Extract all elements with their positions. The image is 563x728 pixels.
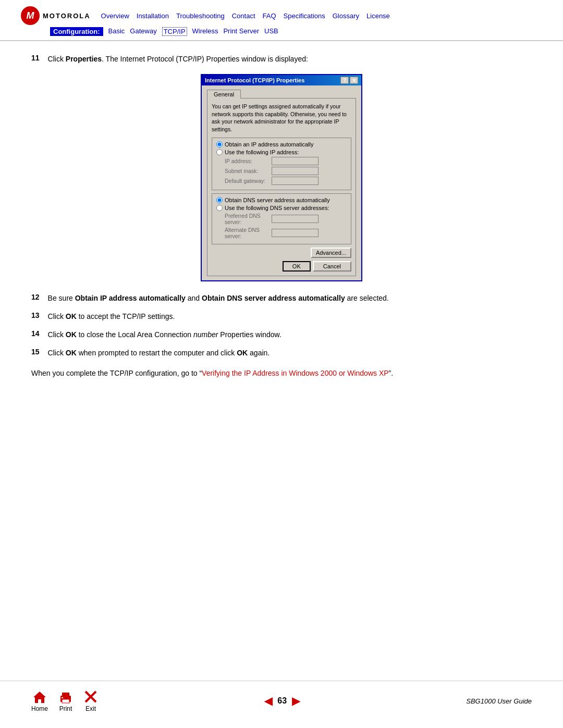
- subnet-input[interactable]: [272, 167, 319, 175]
- next-page-arrow[interactable]: ▶: [292, 695, 300, 707]
- step-12-text: Be sure Obtain IP address automatically …: [48, 293, 389, 304]
- home-nav-item[interactable]: Home: [31, 689, 48, 712]
- radio-auto-dns-label: Obtain DNS server address automatically: [225, 197, 330, 203]
- step-14-bold: OK: [66, 330, 77, 339]
- step-12-bold1: Obtain IP address automatically: [75, 294, 186, 302]
- dialog-container: Internet Protocol (TCP/IP) Properties ? …: [31, 74, 532, 281]
- radio-manual-ip-label: Use the following IP address:: [225, 149, 299, 155]
- config-tcpip[interactable]: TCP/IP: [162, 27, 187, 36]
- page-nav: ◀ 63 ▶: [264, 695, 300, 707]
- nav-faq[interactable]: FAQ: [263, 12, 276, 20]
- motorola-logo: M MOTOROLA: [21, 6, 91, 25]
- radio-auto-ip-row: Obtain an IP address automatically: [216, 141, 347, 147]
- subnet-row: Subnet mask:: [216, 167, 347, 175]
- print-icon: [58, 692, 73, 704]
- radio-manual-dns[interactable]: [216, 205, 223, 211]
- ip-address-input[interactable]: [272, 157, 319, 165]
- alternate-dns-input[interactable]: [272, 229, 319, 237]
- alternate-dns-label: Alternate DNS server:: [225, 227, 272, 239]
- tcpip-dialog: Internet Protocol (TCP/IP) Properties ? …: [201, 74, 362, 281]
- dns-section: Obtain DNS server address automatically …: [212, 193, 351, 244]
- advanced-row: Advanced...: [212, 248, 351, 258]
- nav-troubleshooting[interactable]: Troubleshooting: [176, 12, 225, 20]
- exit-nav-item[interactable]: Exit: [83, 689, 98, 712]
- step-13-text: Click OK to accept the TCP/IP settings.: [48, 311, 175, 322]
- close-button[interactable]: ✕: [350, 77, 358, 84]
- advanced-button[interactable]: Advanced...: [311, 248, 351, 258]
- dialog-tab-content: You can get IP settings assigned automat…: [207, 98, 356, 276]
- config-links: Basic Gateway TCP/IP Wireless Print Serv…: [108, 27, 278, 36]
- ip-address-label: IP address:: [225, 158, 272, 164]
- radio-manual-dns-label: Use the following DNS server addresses:: [225, 205, 329, 211]
- dialog-info-text: You can get IP settings assigned automat…: [212, 103, 351, 133]
- config-nav-row: Configuration: Basic Gateway TCP/IP Wire…: [50, 27, 542, 36]
- nav-license[interactable]: License: [366, 12, 390, 20]
- config-basic[interactable]: Basic: [108, 27, 125, 36]
- config-gateway[interactable]: Gateway: [130, 27, 156, 36]
- step-11: 11 Click Properties. The Internet Protoc…: [31, 54, 532, 65]
- home-icon: [32, 689, 47, 704]
- nav-specifications[interactable]: Specifications: [284, 12, 325, 20]
- ip-address-row: IP address:: [216, 157, 347, 165]
- page-header: M MOTOROLA Overview Installation Trouble…: [0, 0, 563, 41]
- motorola-icon: M: [21, 6, 40, 25]
- exit-label: Exit: [85, 705, 96, 712]
- preferred-dns-row: Preferred DNS server:: [216, 213, 347, 225]
- radio-auto-dns-row: Obtain DNS server address automatically: [216, 197, 347, 203]
- svg-rect-3: [62, 699, 69, 703]
- preferred-dns-input[interactable]: [272, 215, 319, 223]
- print-label: Print: [59, 705, 72, 712]
- svg-marker-0: [33, 692, 46, 703]
- radio-auto-dns[interactable]: [216, 197, 223, 203]
- print-nav-item[interactable]: Print: [58, 692, 73, 712]
- motorola-text: MOTOROLA: [43, 12, 91, 20]
- config-print-server[interactable]: Print Server: [223, 27, 259, 36]
- subnet-label: Subnet mask:: [225, 168, 272, 174]
- step-11-text: Click Properties. The Internet Protocol …: [48, 54, 308, 65]
- svg-rect-4: [62, 697, 63, 698]
- step-12-number: 12: [31, 293, 40, 301]
- step-12-bold2: Obtain DNS server address automatically: [202, 294, 345, 302]
- step-11-suffix: . The Internet Protocol (TCP/IP) Propert…: [102, 55, 308, 63]
- config-usb[interactable]: USB: [264, 27, 278, 36]
- cancel-button[interactable]: Cancel: [313, 261, 351, 272]
- step-12: 12 Be sure Obtain IP address automatical…: [31, 293, 532, 304]
- ip-section: Obtain an IP address automatically Use t…: [212, 138, 351, 190]
- footer-link-para: When you complete the TCP/IP configurati…: [31, 368, 532, 379]
- nav-glossary[interactable]: Glossary: [333, 12, 359, 20]
- dialog-body: General You can get IP settings assigned…: [202, 85, 361, 280]
- gateway-row: Default gateway:: [216, 177, 347, 185]
- nav-installation[interactable]: Installation: [137, 12, 169, 20]
- step-11-bold: Properties: [66, 55, 102, 63]
- step-14-text: Click OK to close the Local Area Connect…: [48, 329, 282, 340]
- step-13-bold: OK: [66, 312, 77, 320]
- home-label: Home: [31, 705, 48, 712]
- bottom-nav: Home Print Exit ◀ 63 ▶ SBG1000 User Guid…: [0, 681, 563, 712]
- radio-manual-ip[interactable]: [216, 149, 223, 155]
- guide-title: SBG1000 User Guide: [466, 697, 532, 705]
- gateway-input[interactable]: [272, 177, 319, 185]
- main-content: 11 Click Properties. The Internet Protoc…: [0, 41, 563, 389]
- step-15-number: 15: [31, 348, 40, 356]
- verifying-ip-link[interactable]: Verifying the IP Address in Windows 2000…: [202, 369, 388, 377]
- prev-page-arrow[interactable]: ◀: [264, 695, 272, 707]
- step-13: 13 Click OK to accept the TCP/IP setting…: [31, 311, 532, 322]
- titlebar-buttons: ? ✕: [340, 77, 358, 84]
- gateway-label: Default gateway:: [225, 178, 272, 184]
- help-button[interactable]: ?: [340, 77, 349, 84]
- dialog-tab-general[interactable]: General: [207, 90, 241, 98]
- alternate-dns-row: Alternate DNS server:: [216, 227, 347, 239]
- top-nav: Overview Installation Troubleshooting Co…: [101, 12, 390, 20]
- exit-icon: [83, 689, 98, 704]
- nav-contact[interactable]: Contact: [232, 12, 255, 20]
- nav-overview[interactable]: Overview: [101, 12, 129, 20]
- config-wireless[interactable]: Wireless: [192, 27, 218, 36]
- radio-auto-ip[interactable]: [216, 141, 223, 147]
- ok-button[interactable]: OK: [283, 261, 311, 272]
- step-14-number: 14: [31, 329, 40, 338]
- preferred-dns-label: Preferred DNS server:: [225, 213, 272, 225]
- footer-prefix: When you complete the TCP/IP configurati…: [31, 369, 202, 377]
- radio-manual-dns-row: Use the following DNS server addresses:: [216, 205, 347, 211]
- bottom-icons: Home Print Exit: [31, 689, 98, 712]
- step-13-number: 13: [31, 311, 40, 319]
